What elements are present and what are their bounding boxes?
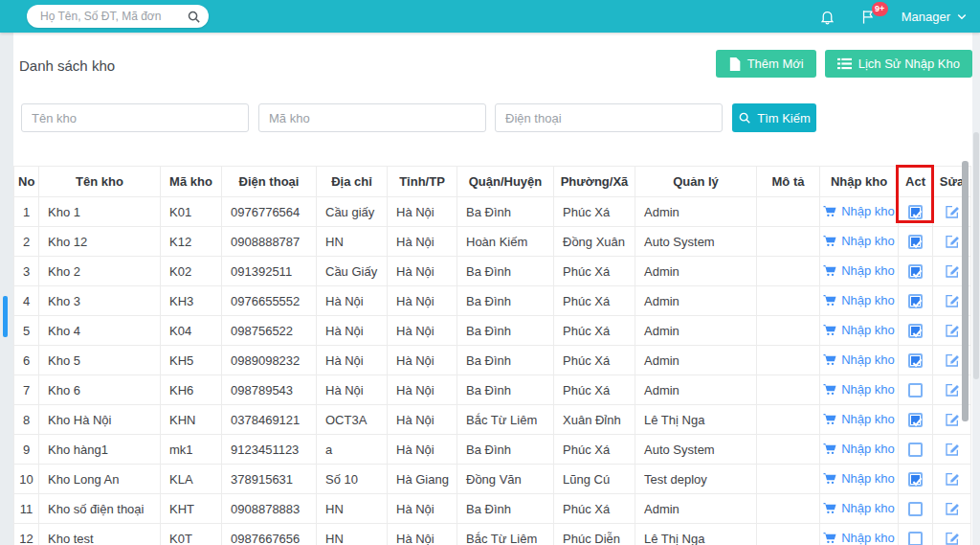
filter-code-input[interactable] (258, 103, 486, 132)
table-header-row: NoTên khoMã khoĐiện thoạiĐịa chỉTỉnh/TPQ… (14, 167, 971, 197)
edit-button[interactable] (945, 382, 960, 397)
add-new-button[interactable]: Thêm Mới (716, 50, 816, 78)
window-scrollbar-thumb[interactable] (973, 132, 979, 379)
cell-manager: Auto System (635, 435, 757, 465)
active-checkbox[interactable] (908, 413, 923, 427)
flag-icon[interactable]: 9+ (860, 9, 877, 25)
import-link[interactable]: Nhập kho (823, 234, 895, 248)
cell-import: Nhập kho (820, 465, 899, 494)
import-link[interactable]: Nhập kho (823, 501, 895, 515)
cell-no: 5 (14, 316, 39, 346)
active-checkbox[interactable] (908, 324, 923, 338)
cell-manager: Test deploy (635, 465, 757, 494)
cell-address: OCT3A (317, 405, 388, 435)
edit-button[interactable] (945, 531, 960, 545)
active-checkbox[interactable] (908, 205, 923, 219)
active-checkbox[interactable] (908, 353, 923, 368)
user-menu[interactable]: Manager (902, 10, 967, 24)
active-checkbox[interactable] (908, 383, 923, 397)
cell-district: Ba Đình (457, 316, 554, 346)
cell-description (757, 375, 820, 405)
edit-icon (945, 204, 960, 219)
cell-address: Hà Nội (317, 375, 388, 405)
cell-active (899, 346, 933, 375)
active-checkbox[interactable] (908, 502, 923, 516)
active-checkbox[interactable] (908, 264, 923, 279)
global-search-input[interactable] (40, 10, 187, 23)
active-checkbox[interactable] (908, 472, 923, 487)
import-link[interactable]: Nhập kho (823, 204, 895, 218)
cell-address: Hà Nội (317, 346, 388, 375)
edit-button[interactable] (945, 263, 960, 279)
table-scrollbar-thumb[interactable] (962, 161, 969, 421)
left-scroll-indicator[interactable] (3, 296, 8, 337)
content-card: Danh sách kho Thêm Mới Lịch Sử Nhập Kho … (13, 33, 972, 545)
filter-name-input[interactable] (21, 103, 249, 132)
import-link[interactable]: Nhập kho (823, 471, 895, 486)
cell-active (899, 405, 933, 435)
user-menu-label: Manager (902, 10, 950, 24)
cell-district: Ba Đình (457, 494, 554, 524)
import-link[interactable]: Nhập kho (823, 293, 895, 307)
cell-description (757, 227, 820, 257)
import-link[interactable]: Nhập kho (823, 323, 895, 337)
import-link[interactable]: Nhập kho (823, 442, 895, 456)
edit-button[interactable] (945, 501, 960, 516)
cell-no: 8 (14, 405, 39, 435)
cell-phone: 0976655552 (222, 286, 317, 316)
cell-active (899, 197, 933, 227)
search-icon[interactable] (187, 10, 201, 24)
cell-phone: 9123451123 (222, 435, 317, 465)
edit-button[interactable] (945, 204, 960, 219)
cell-district: Ba Đình (457, 375, 554, 405)
table-row: 1Kho 1K010976776564Cầu giấyHà NộiBa Đình… (14, 197, 971, 227)
search-button[interactable]: Tìm Kiếm (732, 103, 816, 132)
cell-import: Nhập kho (820, 257, 899, 286)
import-history-button[interactable]: Lịch Sử Nhập Kho (825, 50, 972, 78)
cell-description (757, 257, 820, 286)
column-header-4: Điện thoại (222, 167, 317, 197)
active-checkbox[interactable] (908, 443, 923, 457)
edit-button[interactable] (945, 471, 960, 487)
table-row: 8Kho Hà NộiKHN0378469121OCT3AHà NộiBắc T… (14, 405, 971, 435)
column-header-5: Địa chỉ (317, 167, 388, 197)
edit-button[interactable] (945, 352, 960, 368)
import-link[interactable]: Nhập kho (823, 352, 895, 367)
filter-phone-input[interactable] (495, 103, 723, 132)
edit-button[interactable] (945, 293, 960, 308)
cell-no: 7 (14, 375, 39, 405)
cell-ward: Phúc Xá (554, 257, 635, 286)
import-link[interactable]: Nhập kho (823, 531, 895, 545)
edit-button[interactable] (945, 442, 960, 457)
cell-code: KLA (161, 465, 222, 494)
import-link[interactable]: Nhập kho (823, 412, 895, 426)
active-checkbox[interactable] (908, 532, 923, 545)
cell-ward: Phúc Xá (554, 286, 635, 316)
cell-edit (933, 524, 971, 545)
cell-phone: 0908888787 (222, 227, 317, 257)
active-checkbox[interactable] (908, 294, 923, 308)
import-link[interactable]: Nhập kho (823, 263, 895, 278)
edit-button[interactable] (945, 234, 960, 249)
cell-no: 4 (14, 286, 39, 316)
table-row: 12Kho testK0T0987667656HNHà NộiBắc Từ Li… (14, 524, 971, 545)
edit-button[interactable] (945, 412, 960, 427)
cell-phone: 378915631 (222, 465, 317, 494)
edit-icon (945, 501, 960, 516)
cell-district: Bắc Từ Liêm (457, 524, 554, 545)
cell-address: Cầu Giấy (317, 257, 388, 286)
notification-bell-icon[interactable] (819, 9, 835, 25)
cell-code: KHT (161, 494, 222, 524)
cart-icon (823, 324, 836, 336)
cell-manager: Admin (635, 257, 757, 286)
edit-icon (945, 442, 960, 457)
cart-icon (823, 443, 836, 455)
edit-button[interactable] (945, 323, 960, 338)
cell-manager: Admin (635, 316, 757, 346)
global-search[interactable] (27, 5, 209, 28)
cell-code: KH6 (161, 375, 222, 405)
active-checkbox[interactable] (908, 235, 923, 249)
import-link[interactable]: Nhập kho (823, 382, 895, 397)
cell-code: K12 (161, 227, 222, 257)
table-row: 6Kho 5KH50989098232Hà NộiHà NộiBa ĐìnhPh… (14, 346, 971, 375)
